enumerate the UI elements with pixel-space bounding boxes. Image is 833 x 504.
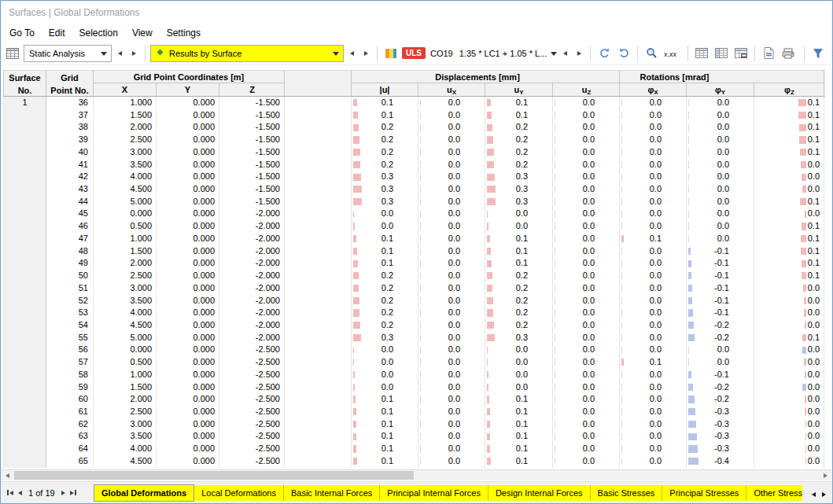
tab-scroll-right-button[interactable] <box>822 486 826 500</box>
next-page-button[interactable] <box>61 489 66 497</box>
table-row[interactable]: 1361.0000.000-1.5000.10.00.10.00.00.00.1 <box>4 97 825 109</box>
analysis-type-combo[interactable]: Static Analysis <box>24 45 112 62</box>
tab-principal-internal-forces[interactable]: Principal Internal Forces <box>380 485 488 501</box>
cell-value: 0.1 <box>808 121 820 134</box>
value-bar <box>555 395 555 403</box>
menu-item-edit[interactable]: Edit <box>42 26 72 40</box>
u-total-cell: 0.1 <box>352 245 418 258</box>
results-next-button[interactable] <box>360 46 372 61</box>
table-row[interactable]: 382.0000.000-1.5000.20.00.20.00.00.00.1 <box>4 121 825 134</box>
toolbar-overflow-button[interactable]: » <box>829 48 833 59</box>
table-row[interactable]: 445.0000.000-1.5000.30.00.30.00.00.00.1 <box>4 196 825 208</box>
table-row[interactable]: 460.5000.000-2.0000.00.00.00.00.00.00.1 <box>4 220 825 233</box>
value-bar <box>555 198 555 205</box>
point-no-cell: 49 <box>46 257 94 270</box>
table-row[interactable]: 523.5000.000-2.0000.20.00.20.00.0-0.10.0 <box>4 295 825 307</box>
surface-no-cell <box>4 220 46 233</box>
phi-y-cell: -0.1 <box>687 245 754 258</box>
table-row[interactable]: 471.0000.000-2.0000.10.00.10.00.10.00.1 <box>4 233 825 245</box>
tab-local-deformations[interactable]: Local Deformations <box>194 485 284 501</box>
table-row[interactable]: 371.5000.000-1.5000.10.00.10.00.00.00.1 <box>4 109 825 122</box>
tab-global-deformations[interactable]: Global Deformations <box>94 484 194 502</box>
u-total-cell: 0.1 <box>352 109 418 122</box>
scrollbar-thumb[interactable] <box>14 471 414 480</box>
last-page-button[interactable] <box>69 488 77 497</box>
table-row[interactable]: 434.5000.000-1.5000.30.00.30.00.00.00.0 <box>4 183 825 196</box>
menu-item-go-to[interactable]: Go To <box>2 26 42 40</box>
coord-y-cell: 0.000 <box>157 171 219 183</box>
surface-no-cell <box>4 393 46 406</box>
sync-backward-icon[interactable] <box>595 45 613 62</box>
cell-value: 0.0 <box>717 97 729 109</box>
table-row[interactable]: 513.0000.000-2.0000.20.00.20.00.0-0.10.0 <box>4 282 825 295</box>
cell-value: 0.1 <box>650 233 662 245</box>
analysis-next-button[interactable] <box>128 46 140 61</box>
table-row[interactable]: 591.5000.000-2.5000.00.00.00.00.0-0.20.0 <box>4 381 825 394</box>
table-row[interactable]: 581.0000.000-2.5000.00.00.00.00.0-0.10.0 <box>4 369 825 381</box>
decimal-places-icon[interactable]: x.xx <box>662 45 683 62</box>
table-row[interactable]: 612.5000.000-2.5000.10.00.10.00.0-0.30.0 <box>4 406 825 418</box>
u-y-cell: 0.1 <box>485 406 553 418</box>
cell-value: 0.0 <box>650 245 662 258</box>
analysis-prev-button[interactable] <box>114 46 126 61</box>
tab-scroll-left-button[interactable] <box>812 486 816 500</box>
load-combination-formula[interactable]: 1.35 * LC1 + 1.05 * L... <box>458 49 549 58</box>
horizontal-scrollbar[interactable] <box>2 469 831 480</box>
value-bar <box>804 297 806 304</box>
menu-item-settings[interactable]: Settings <box>160 26 208 40</box>
sync-forward-icon[interactable] <box>615 45 632 62</box>
table-row[interactable]: 644.0000.000-2.5000.10.00.10.00.0-0.30.0 <box>4 443 825 455</box>
table-row[interactable]: 544.5000.000-2.0000.20.00.20.00.0-0.20.0 <box>4 319 825 332</box>
tab-basic-internal-forces[interactable]: Basic Internal Forces <box>284 485 380 501</box>
tab-basic-stresses[interactable]: Basic Stresses <box>591 485 663 501</box>
color-scale-icon[interactable] <box>382 45 400 62</box>
filter-icon[interactable] <box>809 45 827 62</box>
tab-other-stresses[interactable]: Other Stresses <box>746 485 802 501</box>
scroll-left-button[interactable] <box>2 470 13 480</box>
table-row[interactable]: 424.0000.000-1.5000.30.00.30.00.00.00.0 <box>4 171 825 183</box>
header-u-z: uZ <box>553 83 620 96</box>
table-row[interactable]: 555.0000.000-2.0000.30.00.30.00.0-0.20.1 <box>4 332 825 344</box>
chevron-down-icon[interactable] <box>551 52 557 59</box>
results-prev-button[interactable] <box>346 46 358 61</box>
table-filter-view-icon[interactable] <box>713 45 730 62</box>
results-by-surface-combo[interactable]: Results by Surface <box>150 45 344 62</box>
table-row[interactable]: 502.5000.000-2.0000.20.00.20.00.0-0.10.1 <box>4 270 825 282</box>
first-page-button[interactable] <box>6 488 14 497</box>
table-row[interactable]: 654.5000.000-2.5000.10.00.10.00.0-0.40.0 <box>4 455 825 468</box>
table-row[interactable]: 602.0000.000-2.5000.10.00.10.00.0-0.20.0 <box>4 393 825 406</box>
table-row[interactable]: 623.0000.000-2.5000.10.00.10.00.0-0.30.0 <box>4 418 825 431</box>
tab-design-internal-forces[interactable]: Design Internal Forces <box>488 485 591 501</box>
print-icon[interactable] <box>780 45 797 62</box>
table-row[interactable]: 560.0000.000-2.5000.00.00.00.00.00.00.0 <box>4 344 825 356</box>
table-row[interactable]: 633.5000.000-2.5000.10.00.10.00.0-0.30.0 <box>4 430 825 443</box>
export-report-icon[interactable] <box>760 45 777 62</box>
table-print-icon[interactable] <box>732 45 750 62</box>
value-bar <box>353 408 356 415</box>
tab-principal-stresses[interactable]: Principal Stresses <box>662 485 746 501</box>
table-row[interactable]: 570.5000.000-2.5000.00.00.00.00.10.00.0 <box>4 356 825 369</box>
value-bar <box>688 124 689 131</box>
menu-item-view[interactable]: View <box>125 26 160 40</box>
table-view-icon[interactable] <box>693 45 710 62</box>
combination-next-button[interactable] <box>573 46 585 61</box>
table-row[interactable]: 481.5000.000-2.0000.10.00.10.00.0-0.10.1 <box>4 245 825 258</box>
table-row[interactable]: 392.5000.000-1.5000.20.00.20.00.00.00.1 <box>4 134 825 146</box>
prev-page-button[interactable] <box>17 489 23 497</box>
combination-prev-button[interactable] <box>559 46 571 61</box>
surface-no-cell <box>4 257 46 270</box>
table-manager-icon[interactable] <box>4 45 21 62</box>
phi-z-cell: 0.0 <box>754 430 824 443</box>
menu-item-selection[interactable]: Selection <box>72 26 125 40</box>
phi-y-cell: -0.1 <box>687 270 754 282</box>
spacer-cell <box>285 393 352 406</box>
cell-value: 0.1 <box>381 257 393 270</box>
phi-x-cell: 0.0 <box>620 332 687 344</box>
scroll-right-button[interactable] <box>820 470 831 480</box>
table-row[interactable]: 534.0000.000-2.0000.20.00.20.00.0-0.10.0 <box>4 307 825 319</box>
table-row[interactable]: 492.0000.000-2.0000.10.00.10.00.0-0.10.1 <box>4 257 825 270</box>
table-row[interactable]: 413.5000.000-1.5000.20.00.20.00.00.00.0 <box>4 159 825 171</box>
search-values-icon[interactable] <box>643 45 660 62</box>
table-row[interactable]: 450.0000.000-2.0000.00.00.00.00.00.00.0 <box>4 208 825 220</box>
table-row[interactable]: 403.0000.000-1.5000.20.00.20.00.00.00.1 <box>4 146 825 159</box>
